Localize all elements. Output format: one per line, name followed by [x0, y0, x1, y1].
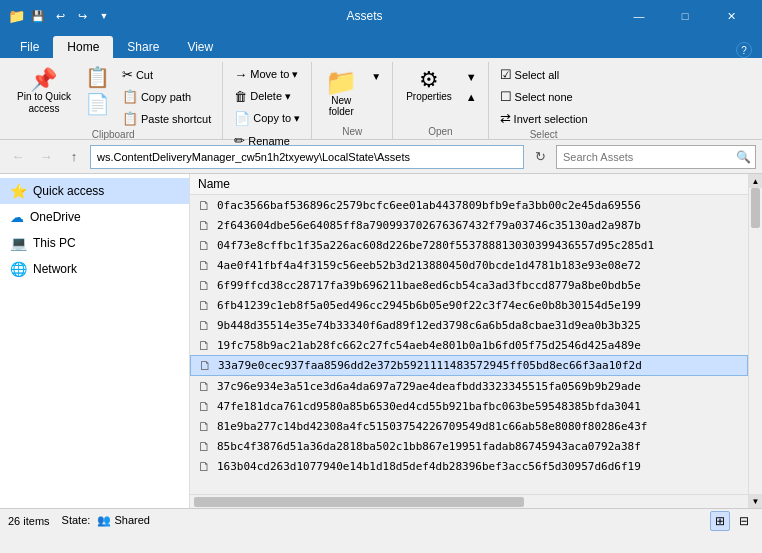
refresh-button[interactable]: ↻	[528, 145, 552, 169]
vertical-scrollbar[interactable]: ▲ ▼	[748, 174, 762, 508]
paste-shortcut-icon: 📋	[122, 111, 138, 126]
new-folder-icon: 📁	[325, 69, 357, 95]
select-col: ☑ Select all ☐ Select none ⇄ Invert sele…	[495, 64, 593, 129]
main-area: ⭐ Quick access ☁ OneDrive 💻 This PC 🌐 Ne…	[0, 174, 762, 508]
select-all-button[interactable]: ☑ Select all	[495, 64, 593, 85]
sidebar-item-network[interactable]: 🌐 Network	[0, 256, 189, 282]
table-row[interactable]: 🗋 0fac3566baf536896c2579bcfc6ee01ab44378…	[190, 195, 748, 215]
table-row[interactable]: 🗋 85bc4f3876d51a36da2818ba502c1bb867e199…	[190, 436, 748, 456]
pin-label: Pin to Quickaccess	[17, 91, 71, 115]
scroll-thumb[interactable]	[751, 188, 760, 228]
delete-button[interactable]: 🗑 Delete ▾	[229, 86, 305, 107]
paste-shortcut-button[interactable]: 📋 Paste shortcut	[117, 108, 216, 129]
properties-button[interactable]: ⚙ Properties	[399, 64, 459, 107]
copy-path-button[interactable]: 📋 Copy path	[117, 86, 216, 107]
new-folder-button[interactable]: 📁 Newfolder	[318, 64, 364, 122]
file-icon: 🗋	[198, 459, 211, 474]
file-icon: 🗋	[198, 278, 211, 293]
select-group-label: Select	[530, 129, 558, 140]
hscroll-thumb	[194, 497, 524, 507]
sidebar-item-onedrive[interactable]: ☁ OneDrive	[0, 204, 189, 230]
help-icon: ?	[736, 42, 752, 58]
tab-home[interactable]: Home	[53, 36, 113, 58]
organize-buttons: → Move to ▾ 🗑 Delete ▾ 📄 Copy to ▾ ✏ Ren…	[229, 64, 305, 151]
qt-save[interactable]: 💾	[29, 7, 47, 25]
large-icons-view-button[interactable]: ⊟	[734, 511, 754, 531]
select-none-button[interactable]: ☐ Select none	[495, 86, 593, 107]
file-list-header: Name	[190, 174, 748, 195]
scroll-down[interactable]: ▼	[749, 494, 762, 508]
file-name: 04f73e8cffbc1f35a226ac608d226be7280f5537…	[217, 239, 654, 252]
copy-to-button[interactable]: 📄 Copy to ▾	[229, 108, 305, 129]
qt-dropdown[interactable]: ▼	[95, 7, 113, 25]
details-view-button[interactable]: ⊞	[710, 511, 730, 531]
help-button[interactable]: ?	[726, 42, 762, 58]
ribbon-group-organize: → Move to ▾ 🗑 Delete ▾ 📄 Copy to ▾ ✏ Ren…	[223, 62, 312, 139]
table-row[interactable]: 🗋 47fe181dca761cd9580a85b6530ed4cd55b921…	[190, 396, 748, 416]
ribbon-group-open: ⚙ Properties ▼ ▲ Open	[393, 62, 488, 139]
sidebar-item-quick-access[interactable]: ⭐ Quick access	[0, 178, 189, 204]
new-item-dropdown[interactable]: ▼	[366, 68, 386, 85]
window-controls: — □ ✕	[616, 0, 754, 32]
file-icon: 🗋	[198, 338, 211, 353]
qt-undo[interactable]: ↩	[51, 7, 69, 25]
open-up-button[interactable]: ▲	[461, 88, 482, 106]
minimize-button[interactable]: —	[616, 0, 662, 32]
table-row[interactable]: 🗋 04f73e8cffbc1f35a226ac608d226be7280f55…	[190, 235, 748, 255]
copy-icon: 📋	[85, 67, 110, 87]
file-name: 19fc758b9ac21ab28fc662c27fc54aeb4e801b0a…	[217, 339, 641, 352]
table-row[interactable]: 🗋 6f99ffcd38cc28717fa39b696211bae8ed6cb5…	[190, 275, 748, 295]
address-input[interactable]	[90, 145, 524, 169]
cut-button[interactable]: ✂ Cut	[117, 64, 216, 85]
table-row[interactable]: 🗋 9b448d35514e35e74b33340f6ad89f12ed3798…	[190, 315, 748, 335]
quick-access-icon: ⭐	[10, 183, 27, 199]
state-label: State: 👥 Shared	[62, 514, 150, 527]
table-row[interactable]: 🗋 6fb41239c1eb8f5a05ed496cc2945b6b05e90f…	[190, 295, 748, 315]
delete-icon: 🗑	[234, 89, 247, 104]
file-name: 47fe181dca761cd9580a85b6530ed4cd55b921ba…	[217, 400, 641, 413]
copy-button[interactable]: 📋	[80, 64, 115, 90]
file-list: 🗋 0fac3566baf536896c2579bcfc6ee01ab44378…	[190, 195, 748, 494]
table-row[interactable]: 🗋 4ae0f41fbf4a4f3159c56eeb52b3d213880450…	[190, 255, 748, 275]
file-name: 0fac3566baf536896c2579bcfc6ee01ab4437809…	[217, 199, 641, 212]
properties-icon: ⚙	[419, 69, 439, 91]
table-row[interactable]: 🗋 37c96e934e3a51ce3d6a4da697a729ae4deafb…	[190, 376, 748, 396]
table-row[interactable]: 🗋 163b04cd263d1077940e14b1d18d5def4db283…	[190, 456, 748, 476]
file-area-wrapper: Name 🗋 0fac3566baf536896c2579bcfc6ee01ab…	[190, 174, 748, 508]
pin-quick-access-button[interactable]: 📌 Pin to Quickaccess	[10, 64, 78, 120]
paste-shortcut-label: Paste shortcut	[141, 113, 211, 125]
table-row[interactable]: 🗋 19fc758b9ac21ab28fc662c27fc54aeb4e801b…	[190, 335, 748, 355]
forward-button[interactable]: →	[34, 145, 58, 169]
table-row[interactable]: 🗋 81e9ba277c14bd42308a4fc515037542267095…	[190, 416, 748, 436]
maximize-button[interactable]: □	[662, 0, 708, 32]
close-button[interactable]: ✕	[708, 0, 754, 32]
item-count: 26 items	[8, 515, 50, 527]
tab-share[interactable]: Share	[113, 36, 173, 58]
paste-button[interactable]: 📄	[80, 91, 115, 117]
sidebar-item-this-pc[interactable]: 💻 This PC	[0, 230, 189, 256]
up-button[interactable]: ↑	[62, 145, 86, 169]
qt-redo[interactable]: ↪	[73, 7, 91, 25]
file-name: 9b448d35514e35e74b33340f6ad89f12ed3798c6…	[217, 319, 641, 332]
ribbon-group-new: 📁 Newfolder ▼ New	[312, 62, 393, 139]
tab-file[interactable]: File	[6, 36, 53, 58]
scroll-up[interactable]: ▲	[749, 174, 762, 188]
table-row[interactable]: 🗋 33a79e0cec937faa8596dd2e372b5921111483…	[190, 355, 748, 376]
open-down-button[interactable]: ▼	[461, 68, 482, 86]
back-button[interactable]: ←	[6, 145, 30, 169]
this-pc-label: This PC	[33, 236, 76, 250]
state-icon: 👥	[97, 514, 111, 526]
file-icon: 🗋	[198, 399, 211, 414]
address-bar: ← → ↑ ↻ 🔍	[0, 140, 762, 174]
clipboard-buttons: 📌 Pin to Quickaccess 📋 📄 ✂ Cut 📋	[10, 64, 216, 129]
tab-view[interactable]: View	[173, 36, 227, 58]
network-icon: 🌐	[10, 261, 27, 277]
table-row[interactable]: 🗋 2f643604dbe56e64085ff8a790993702676367…	[190, 215, 748, 235]
search-input[interactable]	[556, 145, 756, 169]
invert-label: Invert selection	[514, 113, 588, 125]
file-name: 4ae0f41fbf4a4f3159c56eeb52b3d213880450d7…	[217, 259, 641, 272]
move-to-button[interactable]: → Move to ▾	[229, 64, 305, 85]
horizontal-scrollbar[interactable]	[190, 494, 748, 508]
invert-selection-button[interactable]: ⇄ Invert selection	[495, 108, 593, 129]
view-controls: ⊞ ⊟	[710, 511, 754, 531]
